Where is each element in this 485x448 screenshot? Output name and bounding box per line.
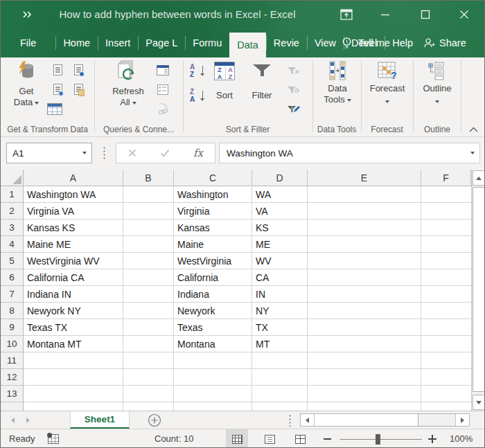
normal-view-button[interactable] (226, 429, 248, 448)
cell[interactable] (308, 352, 421, 369)
cell[interactable]: Maine (174, 236, 252, 253)
cell[interactable] (308, 336, 421, 352)
page-layout-view-button[interactable] (258, 429, 281, 448)
cell[interactable] (174, 369, 252, 386)
edit-links-button[interactable] (155, 100, 171, 117)
name-box[interactable]: A1 (6, 143, 92, 163)
tab-page-layout[interactable]: Page L (138, 28, 185, 57)
close-button[interactable] (455, 6, 473, 23)
cell[interactable]: NY (252, 303, 308, 319)
zoom-slider-track[interactable] (340, 439, 422, 440)
cell[interactable] (174, 386, 252, 402)
column-header-d[interactable]: D (252, 170, 308, 186)
cell[interactable]: Maine ME (24, 236, 123, 253)
cell[interactable] (308, 386, 421, 402)
clear-filter-button[interactable]: ✕ (283, 61, 300, 78)
cell[interactable] (421, 253, 471, 269)
column-header-b[interactable]: B (123, 170, 174, 186)
cell[interactable] (308, 319, 421, 336)
cell[interactable] (308, 286, 421, 303)
cell[interactable] (421, 236, 471, 253)
cell[interactable] (174, 352, 252, 369)
name-box-dropdown-icon[interactable] (78, 143, 91, 163)
tab-help[interactable]: Help (385, 28, 421, 57)
cell[interactable] (123, 219, 174, 236)
tab-formulas[interactable]: Formu (185, 28, 229, 57)
cell[interactable] (308, 219, 421, 236)
outline-button[interactable]: Outline (417, 60, 457, 105)
row-header[interactable]: 2 (1, 203, 24, 219)
cell[interactable] (123, 369, 174, 386)
cell[interactable] (421, 286, 471, 303)
collapse-ribbon-button[interactable] (466, 124, 480, 135)
zoom-level[interactable]: 100% (450, 429, 473, 448)
from-web-button[interactable] (49, 81, 66, 98)
column-header-f[interactable]: F (421, 170, 471, 186)
cell[interactable] (123, 336, 174, 352)
row-header[interactable]: 8 (1, 303, 24, 319)
data-tools-button[interactable]: Data Tools (317, 60, 358, 105)
cell[interactable] (252, 369, 308, 386)
cell[interactable] (421, 352, 471, 369)
cell[interactable] (421, 203, 471, 219)
cell[interactable] (421, 186, 471, 203)
sort-ascending-button[interactable]: AZ (189, 63, 206, 80)
cell[interactable]: Montana MT (24, 336, 123, 352)
column-header-e[interactable]: E (308, 170, 421, 186)
maximize-button[interactable] (416, 6, 434, 23)
formula-bar-expand-icon[interactable] (466, 152, 479, 154)
row-header[interactable]: 12 (1, 369, 24, 386)
cell[interactable] (308, 253, 421, 269)
cell[interactable]: Kansas KS (24, 219, 123, 236)
cell[interactable]: WA (252, 186, 308, 203)
row-header[interactable]: 13 (1, 386, 24, 402)
cell[interactable] (308, 369, 421, 386)
cell[interactable]: VA (252, 203, 308, 219)
reapply-filter-button[interactable]: ⟳ (283, 80, 300, 97)
forecast-button[interactable]: ? Forecast (365, 60, 409, 105)
cell[interactable] (421, 219, 471, 236)
cell[interactable] (123, 286, 174, 303)
share-button[interactable]: Share (423, 28, 466, 57)
sheet-tab-sheet1[interactable]: Sheet1 (70, 411, 130, 429)
tell-me-button[interactable]: Tell me (342, 28, 390, 57)
cell[interactable] (24, 352, 123, 369)
cell[interactable]: Indiana IN (24, 286, 123, 303)
insert-function-icon[interactable]: fx (193, 147, 203, 159)
scroll-up-button[interactable] (473, 170, 485, 186)
select-all-corner[interactable] (1, 170, 24, 186)
recent-sources-copy-button[interactable] (70, 81, 87, 98)
formula-bar-input[interactable]: Washington WA (219, 143, 480, 163)
cell[interactable]: Washington WA (24, 186, 123, 203)
zoom-out-button[interactable] (324, 438, 331, 440)
scroll-right-button[interactable] (455, 414, 469, 426)
recent-sources-button[interactable] (49, 62, 66, 78)
cell[interactable] (308, 203, 421, 219)
cell[interactable] (123, 319, 174, 336)
cell[interactable] (421, 319, 471, 336)
cell[interactable] (123, 352, 174, 369)
cell[interactable] (252, 352, 308, 369)
existing-connections-button[interactable] (70, 62, 87, 78)
previous-sheet-button[interactable] (8, 416, 17, 424)
advanced-filter-button[interactable] (283, 100, 300, 116)
cell[interactable]: Kansas (174, 219, 252, 236)
cell[interactable] (421, 386, 471, 402)
filter-button[interactable]: Filter (245, 60, 279, 101)
cell[interactable] (24, 386, 123, 402)
row-header[interactable]: 5 (1, 253, 24, 269)
from-table-range-button[interactable] (46, 100, 63, 117)
cell[interactable] (252, 386, 308, 402)
cell[interactable] (24, 369, 123, 386)
sheetbar-separator[interactable] (289, 414, 291, 427)
get-data-button[interactable]: Get Data (6, 60, 46, 108)
row-header[interactable]: 3 (1, 219, 24, 236)
tab-review[interactable]: Revie (266, 28, 307, 57)
cell[interactable] (123, 253, 174, 269)
row-header[interactable]: 10 (1, 336, 24, 352)
cell[interactable]: WestVirginia WV (24, 253, 123, 269)
tab-insert[interactable]: Insert (98, 28, 138, 57)
horizontal-scrollbar[interactable] (300, 413, 470, 427)
cell[interactable]: WestVirginia (174, 253, 252, 269)
properties-button[interactable] (155, 81, 171, 98)
